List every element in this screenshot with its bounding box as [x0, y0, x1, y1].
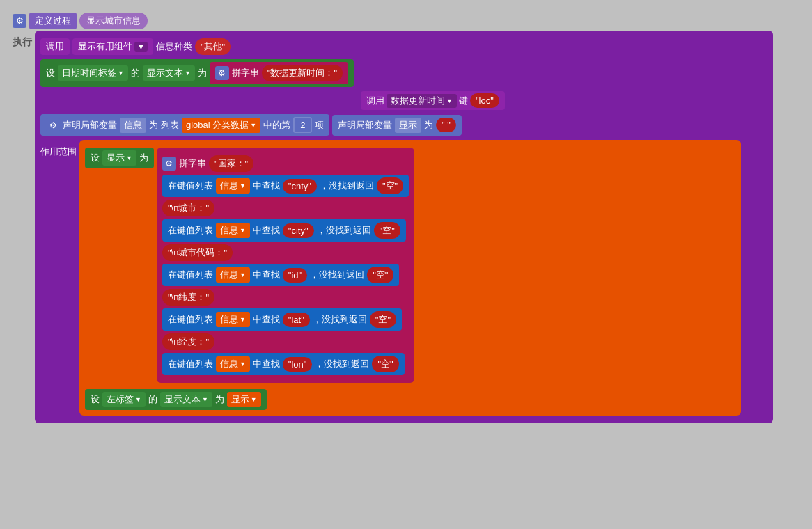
set-display-row: 设 显示 ▼ 为 ⚙ 拼字串	[85, 148, 735, 383]
row-call-data-update: 调用 数据更新时间 ▼ 键 " loc "	[361, 91, 767, 110]
lookup-lat-row: 在键值列表 信息 ▼ 中查找 " lat " ，没找到返	[162, 308, 409, 331]
cnty-key-block: " cnty "	[283, 179, 317, 194]
exec-label: 执行	[13, 36, 32, 49]
concat-gear-icon: ⚙	[215, 66, 229, 80]
display-dropdown[interactable]: 显示 ▼	[102, 150, 136, 166]
main-container: ⚙ 定义过程 显示城市信息 执行 调用 显示有用组件 ▼ 信息种类 " 其他 "	[7, 7, 805, 429]
newline-citycode-row: " \n城市代码： "	[162, 244, 409, 261]
set-datetime-block: 设 日期时间标签 ▼ 的 显示文本 ▼ 为 ⚙ 拼字串 " 数据更新时间： "	[40, 59, 354, 87]
concat-gear-row: ⚙ 拼字串 " 国家： "	[162, 155, 409, 172]
display-text3-dropdown[interactable]: 显示文本 ▼	[160, 392, 212, 407]
empty-str-block: " "	[436, 118, 456, 132]
call-data-update-block: 调用 数据更新时间 ▼ 键 " loc "	[361, 91, 505, 110]
country-str-block: " 国家： "	[209, 155, 253, 172]
info-type-label: 信息种类	[156, 40, 192, 53]
call-block: 调用	[40, 38, 70, 55]
declare-gear-icon: ⚙	[46, 118, 60, 132]
cnty-empty-block: " 空 "	[377, 177, 403, 194]
info-lookup-dropdown-1[interactable]: 信息 ▼	[216, 178, 250, 194]
lat-empty-block: " 空 "	[370, 311, 396, 328]
id-empty-block: " 空 "	[367, 267, 393, 283]
lookup-id-row: 在键值列表 信息 ▼ 中查找 " id " ，没找到返回	[162, 264, 409, 286]
scope-label: 作用范围	[40, 145, 77, 158]
other-str-block: " 其他 "	[195, 38, 231, 55]
newline-lat-str-block: " \n纬度： "	[162, 289, 214, 306]
exec-outer-block: 调用 显示有用组件 ▼ 信息种类 " 其他 " 设 日期时间标签 ▼ 的	[35, 31, 773, 423]
set-display-block: 设 显示 ▼ 为	[85, 148, 154, 168]
newline-lon-row: " \n经度： "	[162, 333, 409, 350]
city-empty-block: " 空 "	[374, 222, 400, 239]
left-tag-dropdown[interactable]: 左标签 ▼	[102, 392, 146, 407]
lon-key-block: " lon "	[283, 357, 313, 372]
display-text-dropdown[interactable]: 显示文本 ▼	[143, 65, 195, 81]
function-name-block: 显示城市信息	[79, 13, 148, 29]
display-final-dropdown[interactable]: 显示 ▼	[227, 392, 261, 407]
newline-lon-str-block: " \n经度： "	[162, 333, 214, 350]
item-num-block: 2	[293, 117, 312, 133]
lon-empty-block: " 空 "	[372, 356, 398, 372]
show-component-block: 显示有用组件 ▼	[72, 38, 153, 55]
newline-city-row: " \n城市： "	[162, 200, 409, 216]
scope-orange-block: 设 显示 ▼ 为 ⚙ 拼字串	[79, 140, 741, 416]
display-var-block: 显示	[395, 118, 421, 133]
info-var-block: 信息	[120, 118, 146, 133]
concat-gear2: ⚙	[162, 157, 176, 171]
lookup-city-row: 在键值列表 信息 ▼ 中查找 " city " ，没找到	[162, 219, 409, 242]
data-update-str-block: " 数据更新时间： "	[262, 65, 343, 81]
show-component-dropdown[interactable]: ▼	[134, 42, 148, 52]
id-key-block: " id "	[283, 268, 307, 283]
data-update-dropdown[interactable]: 数据更新时间 ▼	[387, 94, 457, 108]
lookup-lon-block: 在键值列表 信息 ▼ 中查找 " lon " ，没找到返	[162, 353, 405, 375]
declare-display-block: 声明局部变量 显示 为 " "	[332, 115, 462, 136]
lookup-cnty-block: 在键值列表 信息 ▼ 中查找 " cnty " ，没找到	[162, 175, 409, 197]
city-key-block: " city "	[283, 223, 314, 238]
declare-info-block: ⚙ 声明局部变量 信息 为 列表 global 分类数据 ▼ 中的第 2 项	[40, 114, 329, 136]
newline-city-str-block: " \n城市： "	[162, 200, 214, 216]
global-classify-dropdown[interactable]: global 分类数据 ▼	[182, 118, 260, 133]
info-lookup-dropdown-3[interactable]: 信息 ▼	[216, 267, 250, 283]
concat-block: ⚙ 拼字串 " 数据更新时间： "	[210, 62, 348, 84]
lookup-lon-row: 在键值列表 信息 ▼ 中查找 " lon " ，没找到返	[162, 353, 409, 375]
scope-row: 作用范围 设 显示 ▼ 为	[40, 140, 767, 416]
set-left-tag-block: 设 左标签 ▼ 的 显示文本 ▼ 为 显示 ▼	[85, 389, 267, 410]
lookup-lat-block: 在键值列表 信息 ▼ 中查找 " lat " ，没找到返	[162, 308, 402, 331]
lookup-id-block: 在键值列表 信息 ▼ 中查找 " id " ，没找到返回	[162, 264, 400, 286]
newline-lat-row: " \n纬度： "	[162, 289, 409, 306]
newline-citycode-str-block: " \n城市代码： "	[162, 244, 233, 261]
define-header: ⚙ 定义过程 显示城市信息	[13, 13, 799, 29]
row-call-component: 调用 显示有用组件 ▼ 信息种类 " 其他 "	[40, 38, 767, 55]
info-lookup-dropdown-5[interactable]: 信息 ▼	[216, 356, 250, 372]
lookup-cnty-row: 在键值列表 信息 ▼ 中查找 " cnty " ，没找到	[162, 175, 409, 197]
define-label: 定义过程	[29, 13, 77, 29]
date-time-tag-dropdown[interactable]: 日期时间标签 ▼	[58, 65, 128, 81]
lat-key-block: " lat "	[283, 313, 310, 327]
loc-key-block: " loc "	[470, 93, 499, 108]
info-lookup-dropdown-2[interactable]: 信息 ▼	[216, 223, 250, 238]
big-concat-block: ⚙ 拼字串 " 国家： " 在键值列表	[157, 148, 414, 383]
info-lookup-dropdown-4[interactable]: 信息 ▼	[216, 312, 250, 327]
gear-icon: ⚙	[13, 14, 26, 28]
lookup-city-block: 在键值列表 信息 ▼ 中查找 " city " ，没找到	[162, 219, 406, 242]
